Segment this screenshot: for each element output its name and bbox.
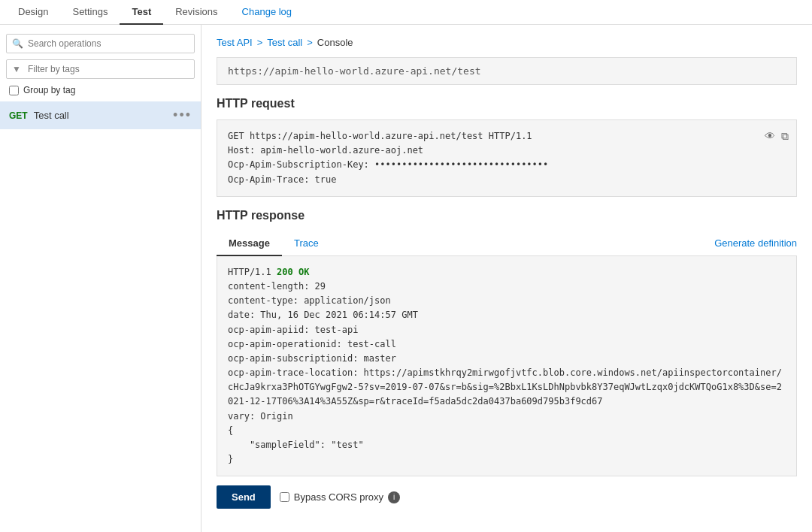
tab-changelog[interactable]: Change log bbox=[230, 0, 304, 25]
copy-icon[interactable]: ⧉ bbox=[781, 128, 789, 144]
search-operations-input[interactable] bbox=[6, 34, 195, 53]
eye-icon[interactable]: 👁 bbox=[765, 128, 775, 144]
http-method-badge: GET bbox=[9, 110, 28, 121]
bypass-cors-checkbox[interactable] bbox=[280, 492, 289, 502]
tab-message[interactable]: Message bbox=[217, 231, 282, 256]
request-line4: Ocp-Apim-Trace: true bbox=[228, 173, 786, 187]
tab-test[interactable]: Test bbox=[120, 0, 163, 25]
response-body: HTTP/1.1 200 OK content-length: 29 conte… bbox=[217, 256, 797, 477]
resp-line-json-field: "sampleField": "test" bbox=[228, 438, 786, 452]
search-icon: 🔍 bbox=[12, 38, 23, 49]
operation-label: Test call bbox=[34, 110, 173, 121]
breadcrumb-api[interactable]: Test API bbox=[217, 37, 253, 48]
url-bar: https://apim-hello-world.azure-api.net/t… bbox=[217, 57, 797, 85]
resp-line-status: HTTP/1.1 200 OK bbox=[228, 265, 786, 280]
group-by-tag-label: Group by tag bbox=[23, 85, 75, 95]
http-response-title: HTTP response bbox=[217, 209, 797, 222]
resp-line-trace-location: ocp-apim-trace-location: https://apimstk… bbox=[228, 366, 786, 410]
send-button[interactable]: Send bbox=[217, 485, 271, 509]
filter-tags-input[interactable] bbox=[6, 59, 195, 79]
status-code: 200 OK bbox=[277, 267, 309, 277]
response-tabs-bar: Message Trace Generate definition bbox=[217, 231, 797, 256]
group-by-tag-container: Group by tag bbox=[9, 85, 192, 95]
tab-settings[interactable]: Settings bbox=[60, 0, 120, 25]
resp-line-date: date: Thu, 16 Dec 2021 06:14:57 GMT bbox=[228, 308, 786, 322]
info-icon[interactable]: i bbox=[388, 491, 400, 503]
request-line3: Ocp-Apim-Subscription-Key: •••••••••••••… bbox=[228, 158, 786, 172]
request-line1: GET https://apim-hello-world.azure-api.n… bbox=[228, 129, 786, 144]
bypass-cors-label: Bypass CORS proxy bbox=[294, 491, 383, 503]
breadcrumb-operation[interactable]: Test call bbox=[267, 37, 302, 48]
resp-line-json-open: { bbox=[228, 424, 786, 438]
http-request-title: HTTP request bbox=[217, 97, 797, 110]
filter-tags-container: ▼ bbox=[6, 59, 195, 79]
more-options-icon[interactable]: ••• bbox=[173, 107, 192, 123]
search-operations-container: 🔍 bbox=[6, 34, 195, 53]
filter-icon: ▼ bbox=[12, 64, 21, 74]
breadcrumb: Test API > Test call > Console bbox=[217, 37, 797, 48]
breadcrumb-sep2: > bbox=[307, 37, 313, 48]
resp-line-content-length: content-length: 29 bbox=[228, 280, 786, 294]
resp-line-operationid: ocp-apim-operationid: test-call bbox=[228, 337, 786, 352]
resp-line-apiid: ocp-apim-apiid: test-api bbox=[228, 323, 786, 337]
breadcrumb-current: Console bbox=[317, 37, 353, 48]
tab-design[interactable]: Design bbox=[6, 0, 60, 25]
main-content: Test API > Test call > Console https://a… bbox=[201, 25, 812, 532]
request-box-icons: 👁 ⧉ bbox=[765, 128, 789, 144]
resp-line-vary: vary: Origin bbox=[228, 410, 786, 424]
breadcrumb-sep1: > bbox=[257, 37, 263, 48]
resp-line-subscriptionid: ocp-apim-subscriptionid: master bbox=[228, 352, 786, 366]
request-line2: Host: apim-hello-world.azure-aoj.net bbox=[228, 144, 786, 158]
send-bar: Send Bypass CORS proxy i bbox=[217, 476, 797, 512]
resp-line-json-close: } bbox=[228, 452, 786, 467]
top-tabs-bar: Design Settings Test Revisions Change lo… bbox=[0, 0, 812, 25]
tab-trace[interactable]: Trace bbox=[282, 231, 331, 256]
sidebar: 🔍 ▼ Group by tag GET Test call ••• bbox=[0, 25, 201, 532]
bypass-cors-container: Bypass CORS proxy i bbox=[280, 491, 400, 503]
operation-item-testcall[interactable]: GET Test call ••• bbox=[0, 101, 201, 129]
resp-line-content-type: content-type: application/json bbox=[228, 294, 786, 308]
tab-revisions[interactable]: Revisions bbox=[163, 0, 229, 25]
http-request-box: GET https://apim-hello-world.azure-api.n… bbox=[217, 119, 797, 197]
generate-definition-link[interactable]: Generate definition bbox=[714, 231, 797, 255]
group-by-tag-checkbox[interactable] bbox=[9, 86, 19, 95]
